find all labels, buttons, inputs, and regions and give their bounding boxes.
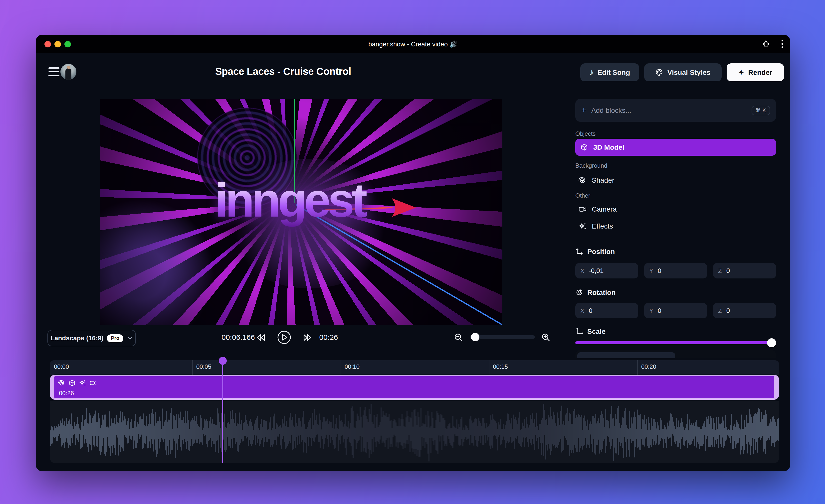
rotation-z-input[interactable]: Z 0 xyxy=(713,303,776,318)
other-section-label: Other xyxy=(575,192,590,199)
position-y-input[interactable]: Y 0 xyxy=(644,263,707,278)
rewind-button[interactable] xyxy=(255,332,267,343)
audio-waveform-panel[interactable] xyxy=(50,401,779,463)
position-header: Position xyxy=(575,248,615,255)
add-blocks-input[interactable]: + Add blocks... ⌘ K xyxy=(575,99,776,122)
app-content: Space Laces - Cruise Control ♪ Edit Song… xyxy=(36,53,790,471)
playhead-handle[interactable] xyxy=(219,357,227,365)
plus-icon: + xyxy=(581,105,586,115)
visual-styles-button[interactable]: Visual Styles xyxy=(644,63,722,81)
keyboard-shortcut-badge: ⌘ K xyxy=(751,105,770,115)
rotation-x-input[interactable]: X 0 xyxy=(575,303,638,318)
clip-duration: 00:26 xyxy=(59,390,74,397)
playhead-line xyxy=(222,360,223,463)
title-bar: banger.show - Create video 🔊 xyxy=(36,35,790,53)
objects-section-label: Objects xyxy=(575,130,596,137)
move-3d-icon xyxy=(575,248,583,255)
spiral-icon xyxy=(578,176,587,184)
chevron-down-icon xyxy=(127,335,133,341)
timeline-clip[interactable]: 00:26 xyxy=(50,375,779,400)
timeline-zoom-slider[interactable] xyxy=(470,335,535,339)
cube-icon xyxy=(68,379,76,387)
pro-badge: Pro xyxy=(107,334,123,342)
music-note-icon: ♪ xyxy=(590,68,594,77)
play-button[interactable] xyxy=(277,330,291,344)
spiral-icon xyxy=(58,379,65,387)
background-section-label: Background xyxy=(575,162,607,169)
block-item-3d-model[interactable]: 3D Model xyxy=(575,139,776,156)
position-x-input[interactable]: X -0,01 xyxy=(575,263,638,278)
timeline-zoom-knob[interactable] xyxy=(471,333,479,341)
sparkles-icon xyxy=(79,379,86,387)
edit-song-button[interactable]: ♪ Edit Song xyxy=(580,63,639,81)
ruler-label: 00:10 xyxy=(345,363,360,370)
project-title: Space Laces - Cruise Control xyxy=(158,66,408,77)
scale-slider[interactable] xyxy=(575,341,776,344)
aspect-ratio-dropdown[interactable]: Landscape (16:9) Pro xyxy=(48,330,136,346)
scale-header: Scale xyxy=(575,327,605,335)
audio-waveform xyxy=(50,401,779,463)
total-duration: 00:26 xyxy=(314,333,344,341)
scale-3d-icon xyxy=(575,327,583,335)
ruler-label: 00:20 xyxy=(641,363,656,370)
app-window: banger.show - Create video 🔊 Space Laces… xyxy=(36,35,790,471)
camera-icon xyxy=(578,205,587,213)
next-section-cutoff xyxy=(575,350,776,358)
desktop-background: banger.show - Create video 🔊 Space Laces… xyxy=(0,0,825,504)
video-preview[interactable]: inngest xyxy=(100,99,502,325)
zoom-out-icon[interactable] xyxy=(453,332,463,342)
ruler-label: 00:05 xyxy=(196,363,211,370)
render-button[interactable]: ✦ Render xyxy=(727,63,784,81)
rotate-3d-icon xyxy=(575,288,583,297)
fast-forward-button[interactable] xyxy=(302,332,313,343)
rotation-header: Rotation xyxy=(575,288,616,297)
user-avatar[interactable] xyxy=(60,64,76,80)
block-item-shader[interactable]: Shader xyxy=(575,173,776,188)
timeline-ruler[interactable]: 00:00 00:05 00:10 00:15 00:20 xyxy=(50,360,779,375)
block-item-effects[interactable]: Effects xyxy=(575,219,776,234)
clip-block-icons xyxy=(58,379,97,387)
block-item-camera[interactable]: Camera xyxy=(575,201,776,217)
extensions-icon[interactable] xyxy=(762,40,770,48)
ruler-label: 00:15 xyxy=(493,363,508,370)
sparkle-icon: ✦ xyxy=(738,68,744,76)
camera-icon xyxy=(89,379,97,387)
window-title: banger.show - Create video 🔊 xyxy=(36,40,790,48)
3d-model-text: inngest xyxy=(100,173,479,228)
ruler-label: 00:00 xyxy=(54,363,69,370)
sparkles-icon xyxy=(578,222,587,230)
browser-menu-icon[interactable] xyxy=(781,40,783,48)
position-z-input[interactable]: Z 0 xyxy=(713,263,776,278)
rotation-y-input[interactable]: Y 0 xyxy=(644,303,707,318)
zoom-in-icon[interactable] xyxy=(541,332,551,342)
palette-icon xyxy=(656,68,663,76)
scale-slider-knob[interactable] xyxy=(767,338,776,347)
cube-icon xyxy=(580,143,588,151)
menu-icon[interactable] xyxy=(49,67,59,76)
